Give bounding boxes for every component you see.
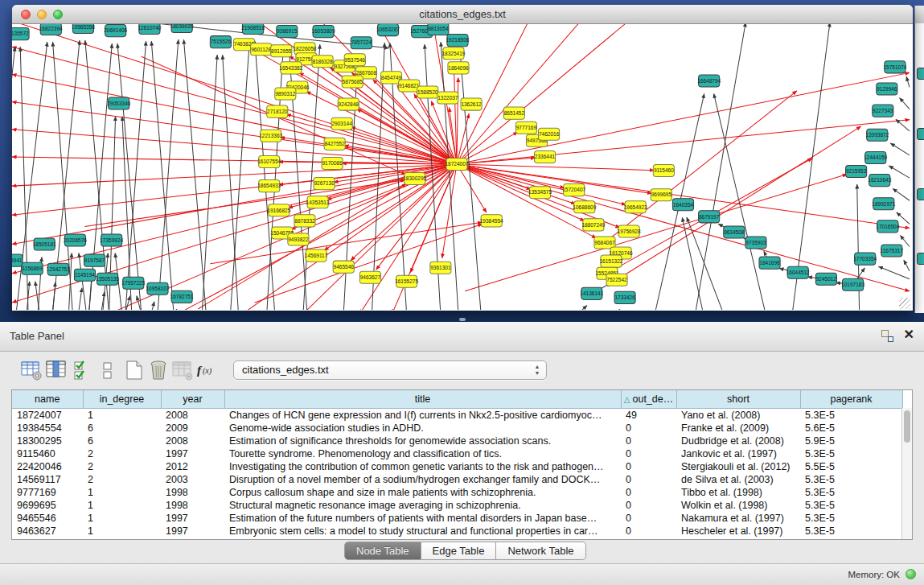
tab-network-table[interactable]: Network Table (496, 542, 585, 560)
table-cell[interactable]: 1997 (161, 525, 224, 538)
table-cell[interactable]: 0 (621, 512, 676, 525)
graph-node[interactable]: 15751074 (883, 61, 906, 73)
graph-node[interactable]: 7462016 (539, 128, 560, 140)
float-panel-icon[interactable] (881, 330, 893, 342)
table-cell[interactable]: Disruption of a novel member of a sodium… (224, 473, 621, 486)
graph-node[interactable]: 16151322 (599, 255, 622, 267)
table-cell[interactable]: 5.3E-5 (800, 486, 902, 499)
graph-node[interactable]: 2718120 (267, 105, 288, 117)
select-rows-icon[interactable] (71, 358, 95, 382)
table-cell[interactable]: 5.3E-5 (800, 408, 902, 422)
new-file-icon[interactable] (122, 358, 146, 382)
graph-node[interactable]: 9135572 (12, 28, 29, 40)
graph-node[interactable]: 18992971 (872, 198, 895, 210)
graph-node[interactable]: 1156869 (22, 262, 43, 274)
graph-node[interactable]: 10958107 (146, 282, 169, 295)
graph-node[interactable]: 15720407 (562, 184, 585, 196)
graph-node[interactable]: 9465546 (333, 261, 354, 273)
graph-node[interactable]: 1733426 (614, 291, 635, 303)
table-cell[interactable]: 9699695 (12, 499, 83, 512)
scrollbar-thumb[interactable] (904, 410, 910, 443)
graph-node[interactable]: 17016504 (876, 220, 899, 233)
graph-node[interactable]: 20691406 (104, 25, 127, 37)
table-cell[interactable]: 6 (83, 435, 161, 447)
graph-node[interactable]: 14569117 (305, 249, 328, 262)
graph-node[interactable]: 9890312 (275, 88, 296, 100)
table-cell[interactable]: 1 (83, 525, 161, 538)
network-canvas[interactable]: 9135572168223941956535820691406126107401… (12, 24, 911, 310)
table-cell[interactable]: 1997 (161, 447, 224, 460)
graph-node[interactable]: 8878332 (294, 215, 315, 227)
graph-node[interactable]: 12610740 (138, 24, 161, 35)
graph-node[interactable]: 9493822 (288, 233, 309, 245)
table-row[interactable]: 911546021997Tourette syndrome. Phenomeno… (12, 447, 902, 460)
resize-grip[interactable] (899, 298, 910, 309)
table-cell[interactable]: 0 (621, 473, 676, 486)
table-cell[interactable]: 5.9E-5 (800, 435, 902, 447)
table-cell[interactable]: Wolkin et al. (1998) (676, 499, 800, 512)
graph-node[interactable]: 16782751 (170, 290, 194, 303)
graph-node[interactable]: 14353513 (306, 196, 330, 208)
table-cell[interactable]: 18300295 (12, 435, 83, 447)
table-cell[interactable]: Tibbo et al. (1998) (676, 486, 800, 499)
graph-node[interactable]: 7522542 (606, 274, 627, 286)
graph-node[interactable]: 19218506 (446, 35, 469, 47)
graph-node[interactable]: 16210643 (868, 175, 891, 187)
window-titlebar[interactable]: citations_edges.txt (12, 5, 913, 24)
column-header-name[interactable]: name (12, 390, 83, 408)
column-header-title[interactable]: title (224, 390, 621, 408)
table-cell[interactable]: 1 (83, 512, 161, 525)
graph-node[interactable]: 12213363 (259, 130, 282, 142)
table-cell[interactable]: 9115460 (12, 447, 83, 460)
table-cell[interactable]: Franke et al. (2009) (676, 422, 800, 435)
table-cell[interactable]: Changes of HCN gene expression and I(f) … (224, 408, 621, 422)
table-row[interactable]: 1872400712008Changes of HCN gene express… (12, 408, 902, 422)
graph-node[interactable]: 9115460 (653, 164, 674, 176)
table-cell[interactable]: Genome-wide association studies in ADHD. (224, 422, 621, 435)
table-cell[interactable]: Yano et al. (2008) (676, 408, 800, 422)
table-cell[interactable]: 1 (83, 486, 161, 499)
delete-trash-icon[interactable] (146, 358, 170, 382)
table-cell[interactable]: 2 (83, 460, 161, 473)
graph-node[interactable]: 19166825 (267, 204, 290, 216)
table-cell[interactable]: Hescheler et al. (1997) (676, 525, 800, 538)
graph-node[interactable]: 18325419 (441, 47, 465, 60)
table-row[interactable]: 1456911722003Disruption of a novel membe… (12, 473, 902, 486)
graph-node[interactable]: 16044512 (786, 266, 810, 278)
table-cell[interactable]: 2008 (161, 435, 224, 447)
table-cell[interactable]: Stergiakouli et al. (2012) (676, 460, 800, 473)
graph-node[interactable]: 9361301 (430, 262, 451, 274)
graph-node[interactable]: 8651452 (503, 107, 524, 119)
column-header-year[interactable]: year (161, 390, 224, 408)
table-cell[interactable]: 1997 (161, 512, 224, 525)
table-row[interactable]: 946362711997Embryonic stem cells: a mode… (12, 525, 902, 538)
table-cell[interactable]: Estimation of significance thresholds fo… (224, 435, 621, 447)
table-cell[interactable]: 9777169 (12, 486, 83, 499)
graph-node[interactable]: 9129946 (877, 83, 897, 95)
column-header-out-degree[interactable]: △out_de… (621, 390, 676, 408)
graph-node[interactable]: 29053346 (107, 97, 130, 109)
graph-node[interactable]: 9777169 (515, 122, 536, 134)
graph-node[interactable]: 16053809 (312, 26, 335, 38)
graph-node[interactable]: 9242848 (338, 98, 359, 110)
table-cell[interactable]: 49 (621, 408, 676, 422)
table-cell[interactable]: 18724007 (12, 408, 83, 422)
graph-node[interactable]: 16648794 (697, 75, 721, 87)
table-cell[interactable]: Jankovic et al. (1997) (676, 447, 800, 460)
table-cell[interactable]: 2008 (161, 408, 224, 422)
table-cell[interactable]: 2009 (161, 422, 224, 435)
table-cell[interactable]: 0 (621, 460, 676, 473)
graph-node[interactable]: 1640354 (672, 199, 693, 211)
graph-node[interactable]: 21908518 (241, 24, 265, 35)
graph-node[interactable]: 9215953 (846, 165, 867, 177)
graph-node[interactable]: 8679197 (699, 211, 720, 223)
graph-node[interactable]: 1841698 (759, 257, 780, 269)
graph-node[interactable]: 2336441 (534, 150, 555, 163)
graph-node[interactable]: 9267130 (314, 178, 335, 190)
graph-node[interactable]: 7515526 (210, 36, 231, 48)
table-row[interactable]: 1938455462009Genome-wide association stu… (12, 422, 902, 435)
graph-node[interactable]: 16107554 (257, 155, 281, 167)
table-cell[interactable]: de Silva et al. (2003) (676, 473, 800, 486)
graph-node[interactable]: 18654933 (257, 180, 281, 192)
graph-node[interactable]: 16543382 (279, 62, 302, 74)
